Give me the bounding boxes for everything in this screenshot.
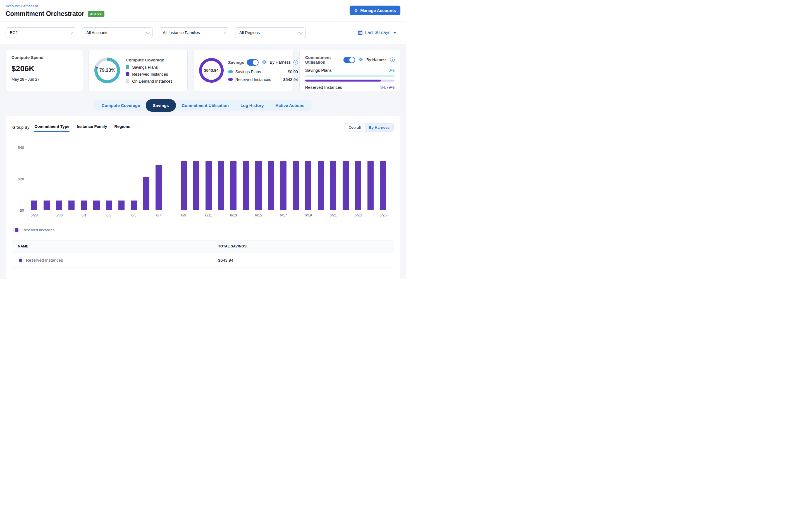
chart-bar-slot <box>203 148 215 210</box>
x-tick-label: 6/7 <box>153 213 165 217</box>
chart-bar[interactable] <box>243 161 249 210</box>
chart-bar-slot <box>302 148 315 210</box>
utilisation-percent: 84.79% <box>380 85 395 89</box>
chart-bar[interactable] <box>218 161 224 210</box>
chart-bar[interactable] <box>44 201 50 210</box>
chart-bar-slot <box>252 148 265 210</box>
chart-bar[interactable] <box>81 201 87 210</box>
account-link[interactable]: Account: Harness.io <box>6 4 38 8</box>
legend-label: On Demand Instances <box>132 79 172 83</box>
chevron-down-icon <box>299 30 303 34</box>
utilisation-label: Savings Plans <box>305 68 332 73</box>
savings-breakdown: Savings Plans$0.00Reserved Instances$643… <box>228 70 298 82</box>
x-tick-label <box>90 213 103 217</box>
instance-families-dropdown[interactable]: All Instance Families <box>159 27 229 38</box>
group-by-option-instance-family[interactable]: Instance Family <box>77 124 107 132</box>
table-header-name: NAME <box>14 244 218 248</box>
x-tick-label: 6/1 <box>78 213 90 217</box>
savings-donut: $643.94 <box>199 58 224 83</box>
x-tick-label: 6/11 <box>203 213 215 217</box>
harness-logo-icon: ❖ <box>261 59 267 66</box>
chart-bar[interactable] <box>193 161 199 210</box>
table-body: Reserved Instances$643.94 <box>12 253 394 268</box>
info-icon[interactable]: i <box>390 57 395 62</box>
chart-bar[interactable] <box>380 161 386 210</box>
chart-bar[interactable] <box>280 161 287 210</box>
chart-bar-slot <box>90 148 103 210</box>
regions-dropdown-value: All Regions <box>239 30 260 35</box>
group-by-label: Group By <box>12 125 29 132</box>
chart-bar-slot <box>314 148 327 210</box>
chart-y-axis: $0$20$40 <box>12 148 28 210</box>
utilisation-by-harness-toggle[interactable] <box>343 57 355 63</box>
manage-accounts-button[interactable]: ⚙ Manage Accounts <box>349 6 400 15</box>
regions-dropdown[interactable]: All Regions <box>235 27 306 38</box>
chart-bar[interactable] <box>143 177 149 210</box>
chart-bar[interactable] <box>330 161 336 210</box>
chart-bar[interactable] <box>305 161 311 210</box>
chart-bar[interactable] <box>106 201 112 210</box>
chart-bar[interactable] <box>355 161 361 210</box>
chart-bar-slot <box>103 148 115 210</box>
chart-bar[interactable] <box>119 201 125 210</box>
chart-bar[interactable] <box>255 161 261 210</box>
legend-item: Reserved Instances <box>126 72 172 77</box>
chart-bar-slot <box>327 148 340 210</box>
x-tick-label: 6/23 <box>352 213 364 217</box>
accounts-dropdown-value: All Accounts <box>86 30 108 35</box>
chart-bar[interactable] <box>93 201 99 210</box>
chart-bar-slot <box>215 148 227 210</box>
view-toggle-by-harness[interactable]: By Harness <box>365 124 393 132</box>
utilisation-bar <box>305 80 395 82</box>
chart-bar[interactable] <box>206 161 212 210</box>
chart-bar[interactable] <box>31 201 37 210</box>
group-by-option-regions[interactable]: Regions <box>114 124 130 132</box>
x-tick-label: 6/19 <box>302 213 315 217</box>
chart-bar[interactable] <box>230 161 236 210</box>
service-dropdown[interactable]: EC2 <box>6 27 76 38</box>
caret-down-icon <box>393 32 396 34</box>
chart-bar-slot <box>165 148 178 210</box>
tab-savings[interactable]: Savings <box>146 99 176 112</box>
date-range-label: Last 30 days <box>365 30 390 35</box>
chart-legend-chip[interactable] <box>14 227 20 233</box>
info-icon[interactable]: i <box>293 60 298 64</box>
legend-label: Reserved Instances <box>132 72 168 77</box>
tab-compute-coverage[interactable]: Compute Coverage <box>96 100 146 111</box>
chart-bar[interactable] <box>56 201 62 210</box>
tab-commitment-utilisation[interactable]: Commitment Utilisation <box>176 100 235 111</box>
utilisation-bar <box>305 75 395 77</box>
filter-bar: EC2 All Accounts All Instance Families A… <box>0 22 406 44</box>
chart-bar-slot <box>290 148 302 210</box>
date-range-picker[interactable]: Last 30 days <box>358 30 400 35</box>
chart-bar[interactable] <box>293 161 299 210</box>
chart-bar-slot <box>78 148 90 210</box>
main-tabs: Compute CoverageSavingsCommitment Utilis… <box>94 100 312 111</box>
group-by-option-commitment-type[interactable]: Commitment Type <box>34 124 69 132</box>
chart-bar[interactable] <box>367 161 374 210</box>
chevron-down-icon <box>146 30 150 34</box>
chart-bar[interactable] <box>131 201 137 210</box>
savings-by-harness-toggle[interactable] <box>247 59 259 66</box>
summary-cards: Compute Spend $206K May 28 - Jun 27 79.2… <box>0 44 406 91</box>
compute-coverage-title: Compute Coverage <box>126 57 172 62</box>
chart-bar[interactable] <box>268 161 274 210</box>
chart-bar[interactable] <box>343 161 349 210</box>
chart-bar[interactable] <box>181 161 187 210</box>
tab-log-history[interactable]: Log History <box>235 100 269 111</box>
accounts-dropdown[interactable]: All Accounts <box>82 27 153 38</box>
view-toggle-overall[interactable]: Overall <box>345 124 365 132</box>
chart-bar[interactable] <box>156 165 162 210</box>
x-tick-label: 6/5 <box>128 213 140 217</box>
chart-bar[interactable] <box>69 201 75 210</box>
savings-row-label: Savings Plans <box>235 70 261 74</box>
legend-swatch <box>126 79 129 83</box>
table-row[interactable]: Reserved Instances$643.94 <box>12 253 394 268</box>
savings-title: Savings <box>228 60 244 65</box>
chart-bar[interactable] <box>318 161 324 210</box>
legend-label: Savings Plans <box>132 65 158 70</box>
tab-active-actions[interactable]: Active Actions <box>270 100 311 111</box>
x-tick-label <box>265 213 277 217</box>
x-tick-label <box>190 213 203 217</box>
x-tick-label: 6/9 <box>178 213 190 217</box>
